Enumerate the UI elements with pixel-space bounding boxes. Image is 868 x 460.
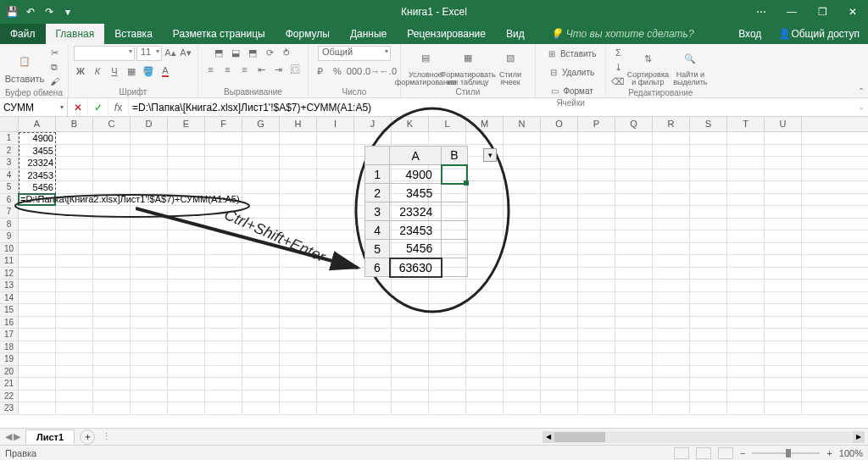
cell[interactable]	[317, 206, 354, 218]
tab-home[interactable]: Главная	[46, 24, 105, 44]
cell[interactable]	[280, 341, 317, 353]
cell[interactable]	[429, 169, 466, 181]
cell[interactable]	[578, 304, 615, 316]
cell[interactable]	[429, 292, 466, 304]
cell[interactable]	[578, 378, 615, 390]
cell[interactable]	[727, 304, 765, 316]
cell[interactable]	[765, 255, 802, 267]
cell[interactable]	[19, 329, 56, 341]
normal-view-button[interactable]	[674, 447, 689, 459]
cell[interactable]	[690, 329, 727, 341]
cell[interactable]	[765, 157, 802, 169]
cell[interactable]	[168, 317, 205, 329]
cell[interactable]	[392, 230, 429, 242]
col-header[interactable]: A	[19, 117, 56, 131]
cell[interactable]	[168, 353, 205, 365]
cell[interactable]	[727, 353, 765, 365]
cell[interactable]	[504, 206, 541, 218]
cell[interactable]	[56, 304, 93, 316]
cell[interactable]	[690, 292, 727, 304]
cell[interactable]	[690, 157, 727, 169]
cell[interactable]	[653, 255, 690, 267]
col-header[interactable]: T	[727, 117, 765, 131]
cell[interactable]	[615, 243, 653, 255]
cell[interactable]	[56, 219, 93, 230]
cell[interactable]	[280, 132, 317, 144]
cell[interactable]	[392, 378, 429, 390]
cell[interactable]	[93, 169, 131, 181]
collapse-ribbon-icon[interactable]: ⌃	[858, 86, 865, 96]
decrease-font-icon[interactable]: A▾	[179, 46, 192, 59]
cell[interactable]	[429, 391, 466, 402]
tab-review[interactable]: Рецензирование	[397, 24, 496, 44]
cell[interactable]	[429, 157, 466, 169]
cell[interactable]	[541, 292, 578, 304]
cell[interactable]	[765, 219, 802, 230]
cell[interactable]	[93, 206, 131, 218]
cell[interactable]	[466, 329, 504, 341]
cell[interactable]	[765, 317, 802, 329]
cell[interactable]	[93, 145, 131, 157]
cell[interactable]	[429, 268, 466, 280]
cell[interactable]	[578, 255, 615, 267]
cell[interactable]	[466, 366, 504, 378]
cell[interactable]	[56, 292, 93, 304]
cell[interactable]	[354, 255, 392, 267]
cell[interactable]	[653, 292, 690, 304]
cell[interactable]	[653, 268, 690, 280]
cell[interactable]	[690, 145, 727, 157]
sheet-prev-icon[interactable]: ◀	[5, 431, 12, 442]
cell[interactable]	[765, 169, 802, 181]
cell[interactable]	[765, 366, 802, 378]
cell[interactable]	[317, 329, 354, 341]
format-as-table-button[interactable]: ▦Форматировать как таблицу	[448, 47, 487, 86]
cell[interactable]	[354, 157, 392, 169]
row-header[interactable]: 7	[0, 206, 19, 218]
cell[interactable]	[504, 132, 541, 144]
cell[interactable]	[466, 169, 504, 181]
cell[interactable]	[578, 366, 615, 378]
cell[interactable]	[466, 132, 504, 144]
font-name-combo[interactable]	[74, 46, 135, 61]
cell[interactable]	[93, 391, 131, 402]
number-format-combo[interactable]: Общий	[318, 46, 391, 61]
align-middle-icon[interactable]: ⬓	[229, 46, 242, 59]
cell[interactable]	[317, 230, 354, 242]
font-size-combo[interactable]: 11	[136, 46, 162, 61]
cancel-formula-button[interactable]: ✕	[68, 98, 88, 116]
cell[interactable]	[131, 157, 168, 169]
cell[interactable]	[131, 304, 168, 316]
col-header[interactable]: B	[56, 117, 93, 131]
cell[interactable]	[653, 132, 690, 144]
qat-customize-icon[interactable]: ▾	[61, 5, 75, 19]
cell[interactable]	[19, 304, 56, 316]
cell[interactable]	[615, 280, 653, 291]
cell[interactable]	[615, 304, 653, 316]
cell-styles-button[interactable]: ▧Стили ячеек	[491, 47, 530, 86]
cell[interactable]	[541, 378, 578, 390]
cell[interactable]	[392, 219, 429, 230]
cell[interactable]	[765, 206, 802, 218]
cell[interactable]	[765, 304, 802, 316]
cell[interactable]	[429, 255, 466, 267]
cell[interactable]: 4900	[19, 132, 56, 144]
cell[interactable]	[56, 255, 93, 267]
cell[interactable]	[168, 378, 205, 390]
save-icon[interactable]: 💾	[5, 5, 19, 19]
cell[interactable]	[205, 145, 242, 157]
row-header[interactable]: 8	[0, 219, 19, 230]
cell[interactable]	[131, 230, 168, 242]
cell[interactable]	[354, 317, 392, 329]
cell[interactable]	[168, 255, 205, 267]
comma-icon[interactable]: 000	[348, 64, 361, 78]
cell[interactable]	[168, 243, 205, 255]
cell[interactable]	[765, 145, 802, 157]
cell[interactable]	[242, 341, 280, 353]
cell[interactable]	[168, 145, 205, 157]
cell[interactable]	[131, 280, 168, 291]
cell[interactable]	[504, 280, 541, 291]
cell[interactable]	[690, 280, 727, 291]
cell[interactable]	[765, 402, 802, 414]
cell[interactable]	[578, 280, 615, 291]
cell[interactable]	[541, 353, 578, 365]
